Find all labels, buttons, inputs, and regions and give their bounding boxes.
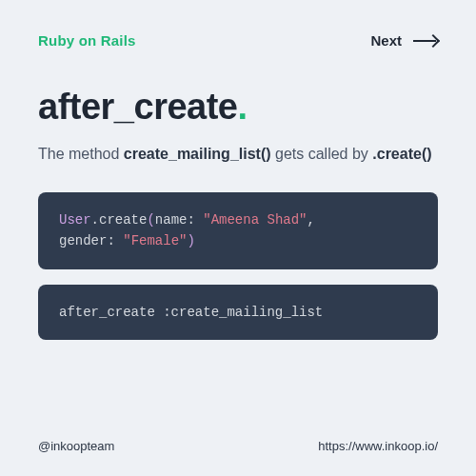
code1-colon2: : xyxy=(107,233,123,248)
footer-handle: @inkoopteam xyxy=(38,439,114,453)
header: Ruby on Rails Next xyxy=(38,32,438,49)
code1-rpar: ) xyxy=(187,233,194,248)
footer: @inkoopteam https://www.inkoop.io/ xyxy=(38,439,438,453)
code1-arg2-val: "Female" xyxy=(123,233,187,248)
arrow-right-icon xyxy=(413,34,438,48)
code1-dot: . xyxy=(91,212,99,228)
title-text: after_create xyxy=(38,87,237,127)
code2-callback: after_create xyxy=(59,305,163,320)
code1-comma: , xyxy=(307,212,314,228)
desc-method: create_mailing_list() xyxy=(124,146,271,162)
footer-url: https://www.inkoop.io/ xyxy=(318,439,438,453)
code1-class: User xyxy=(59,212,91,228)
description: The method create_mailing_list() gets ca… xyxy=(38,143,438,166)
next-button[interactable]: Next xyxy=(370,32,438,49)
code1-colon1: : xyxy=(187,212,203,228)
desc-mid: gets called by xyxy=(271,146,373,162)
code1-lpar: ( xyxy=(147,212,154,228)
desc-caller: .create() xyxy=(372,146,431,162)
code-block-1: User.create(name: "Ameena Shad", gender:… xyxy=(38,192,438,269)
code1-arg1-key: name xyxy=(155,212,188,228)
code-block-2: after_create :create_mailing_list xyxy=(38,285,438,340)
title-dot: . xyxy=(237,87,247,127)
page-title: after_create. xyxy=(38,87,438,128)
code1-method: create xyxy=(99,212,147,228)
brand-label: Ruby on Rails xyxy=(38,32,136,49)
desc-pre: The method xyxy=(38,146,124,162)
code2-symbol: :create_mailing_list xyxy=(163,305,323,320)
code1-arg1-val: "Ameena Shad" xyxy=(203,212,307,228)
code1-arg2-key: gender xyxy=(59,233,107,248)
next-label: Next xyxy=(370,32,402,49)
